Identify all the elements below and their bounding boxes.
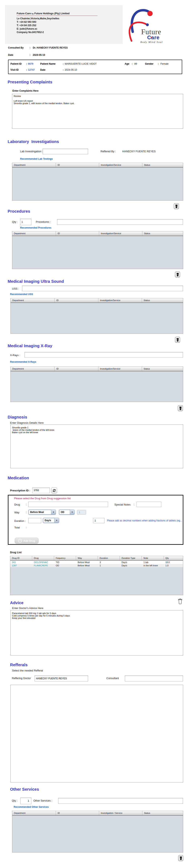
- patient-info-box: Patient ID : 6679 Patient Name : MARGUER…: [8, 60, 182, 74]
- lab-investigation-label: Lab Investingation :: [20, 150, 43, 153]
- refresh-prescription-button[interactable]: [51, 487, 57, 494]
- complaints-textarea-wrap: Review Left knee US report Sinovitis gra…: [12, 94, 183, 129]
- visit-id-value: 12747: [28, 68, 35, 71]
- laboratory-title: Laboratory Investigations: [8, 140, 59, 144]
- duration-label: Duration :: [14, 519, 26, 522]
- other-services-table: Department ID Investigation / Service St…: [12, 811, 183, 852]
- diagnosis-textarea-wrap: Sinovitis grade 1 lesion of the medial t…: [10, 425, 183, 468]
- other-qty-label: Qty :: [12, 799, 17, 802]
- consultant-input[interactable]: [125, 676, 183, 682]
- consulted-by-line: Consulted By : Dr. HANECKY FUENTE REYES: [8, 46, 68, 49]
- special-notes-input[interactable]: [137, 502, 161, 507]
- drug-list-label: Drug List: [10, 551, 22, 554]
- consultant-label: Consultant: [106, 677, 119, 680]
- lab-delete-button[interactable]: [174, 203, 179, 209]
- referrals-title: Refferals: [10, 662, 28, 667]
- recommended-procedures-link[interactable]: Recommended Procedures: [20, 226, 51, 229]
- recommended-other-services-link[interactable]: Recommended Other Services: [14, 806, 49, 808]
- drug-entry-panel: Please select the Drug from Drug suggess…: [8, 495, 183, 545]
- prescription-id-label: Prescription ID :: [10, 489, 30, 492]
- uss-table: Department ID Investigation/Service Stat…: [10, 298, 183, 334]
- xray-table-header: Department ID Investigation/Service Stat…: [11, 367, 183, 371]
- company-phone1: T: +24 82 593 593: [17, 20, 101, 24]
- recommended-xrays-link[interactable]: Recommended X-Rays: [10, 361, 36, 363]
- company-header: Future Care by Future Holdings (Pty) Lim…: [5, 5, 183, 44]
- procedures-delete-button[interactable]: [175, 272, 180, 278]
- visit-date-value: 2024-05-10: [65, 68, 77, 71]
- visit-id-label: Visit ID: [10, 68, 18, 71]
- uss-delete-button[interactable]: [175, 337, 180, 343]
- referring-doctor-input[interactable]: [35, 676, 88, 682]
- xray-title: Medical Imaging X-Ray: [8, 344, 52, 348]
- duration-type-select[interactable]: Day/s ▼: [43, 518, 59, 523]
- trash-icon: [176, 338, 179, 342]
- company-email: E: jude@future.sc: [17, 27, 101, 31]
- chevron-down-icon: ▼: [54, 518, 59, 523]
- xray-delete-button[interactable]: [178, 405, 183, 411]
- recommended-uss-link[interactable]: Recommended USS: [10, 293, 33, 296]
- procedures-title: Procedures: [8, 209, 30, 214]
- visit-date-label: Date: [40, 68, 45, 71]
- procedures-table-header: Department ID Investigation/Service Stat…: [12, 231, 183, 236]
- drug-row[interactable]: 243 DICLOFENAC TID Before Meal 3 Day/s 1…: [10, 561, 183, 564]
- drug-row[interactable]: 1387 FLAMICREPE OD Before Meal 1 Day/s i…: [10, 564, 183, 567]
- logo-tagline: Body Mind Soul: [140, 40, 163, 44]
- advice-delete-button[interactable]: [177, 598, 183, 604]
- drug-input[interactable]: [28, 502, 108, 507]
- decimal-note: Please add as decimal numbers when addin…: [107, 519, 183, 522]
- chevron-down-icon: ▼: [70, 510, 74, 515]
- complaints-textarea[interactable]: Review Left knee US report Sinovitis gra…: [12, 94, 183, 129]
- consulted-by-label: Consulted By: [8, 46, 29, 49]
- procedures-input[interactable]: [57, 219, 183, 225]
- patient-name-label: Patient Name: [40, 62, 55, 65]
- uss-input[interactable]: [22, 286, 183, 291]
- gender-value: Female: [160, 62, 169, 65]
- company-number: Company No.8417652-2: [17, 31, 101, 34]
- diagnosis-label: Enter Diagnosis Details Here: [10, 421, 44, 424]
- special-notes-label: Special Notes: [114, 503, 130, 506]
- diagnosis-textarea[interactable]: Sinovitis grade 1 lesion of the medial t…: [10, 425, 183, 468]
- procedures-qty-input[interactable]: [20, 219, 31, 225]
- trash-icon: [175, 205, 178, 208]
- other-services-delete-button[interactable]: [178, 855, 183, 861]
- advice-label: Enter Doctor's Advice Here: [12, 607, 43, 610]
- procedures-qty-label: Qty :: [12, 220, 17, 223]
- advice-textarea-wrap: Paracetamol tab 500 mg 1 tab qds for 3 d…: [10, 610, 183, 655]
- tablet-qty-input[interactable]: [93, 518, 105, 523]
- xray-table: Department ID Investigation/Service Stat…: [10, 367, 183, 402]
- other-qty-input[interactable]: [20, 798, 31, 804]
- procedures-table: Department ID Investigation/Service Stat…: [12, 231, 183, 269]
- drug-table-header: Drug ID Drug Fequency Way Duration Durat…: [10, 556, 183, 561]
- diagnosis-title: Diagnosis: [8, 415, 27, 420]
- dose-input-disabled: [77, 510, 86, 515]
- uss-label: USS :: [12, 287, 19, 290]
- company-name: Future Care by Future Holdings (Pty) Lim…: [17, 11, 101, 15]
- consult-date-value: 2024-05-10: [33, 54, 45, 56]
- duration-input[interactable]: [28, 518, 41, 523]
- referral-list-box[interactable]: [10, 685, 183, 782]
- other-services-table-header: Department ID Investigation / Service St…: [12, 811, 183, 816]
- recommended-lab-link[interactable]: Recommended Lab Testings: [20, 157, 53, 160]
- xrays-input[interactable]: [25, 352, 183, 358]
- age-value: 89: [134, 62, 137, 65]
- patient-id-value: 6679: [28, 62, 33, 65]
- company-address: Le Chainter,Victoria,Mahe,Seychelles: [17, 17, 101, 20]
- drug-suggestion-note: Please select the Drug from Drug suggess…: [14, 497, 71, 500]
- trash-icon: [176, 273, 179, 276]
- advice-textarea[interactable]: Paracetamol tab 500 mg 1 tab qds for 3 d…: [10, 610, 183, 655]
- other-services-title: Other Services: [10, 787, 39, 792]
- frequency-select[interactable]: OD ▼: [59, 509, 75, 515]
- header-divider: [17, 16, 98, 16]
- presenting-complaints-title: Presenting Complaints: [8, 80, 52, 84]
- drug-list-table: Drug ID Drug Fequency Way Duration Durat…: [10, 556, 183, 595]
- gender-label: Gender: [145, 62, 153, 65]
- add-drug-button[interactable]: + Add Drug: [15, 538, 39, 544]
- other-services-input[interactable]: [58, 798, 183, 804]
- other-services-label: Other Services :: [33, 799, 52, 802]
- prescription-id-input[interactable]: [32, 488, 50, 493]
- company-phone2: T: +24 84 225 252: [17, 24, 101, 27]
- consult-date-line: Date : 2024-05-10: [8, 54, 45, 56]
- procedures-label: Procedures :: [36, 220, 51, 223]
- lab-investigation-input[interactable]: [43, 149, 88, 154]
- meal-time-select[interactable]: Before Meal ▼: [28, 509, 56, 515]
